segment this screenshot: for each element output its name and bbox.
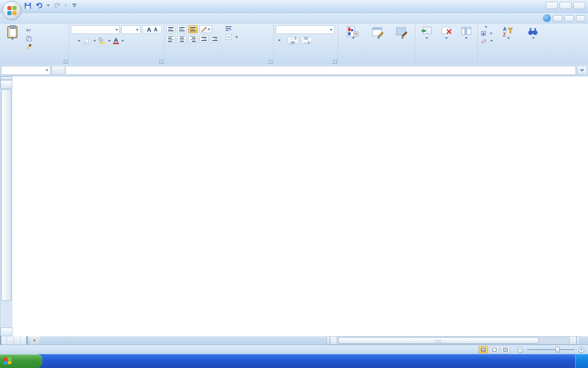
scroll-right-button[interactable] [569,336,577,345]
title-bar [0,0,588,13]
merge-center-button[interactable] [224,34,239,40]
worksheet-area [0,76,588,336]
wrap-text-button[interactable] [224,26,239,32]
fill-color-button[interactable] [98,36,106,46]
orientation-button[interactable] [199,25,212,33]
format-as-table-button[interactable] [367,25,390,40]
name-box[interactable] [1,66,51,75]
page-layout-view-icon [492,348,497,351]
underline-dropdown-arrow-icon[interactable] [78,40,80,42]
font-color-button[interactable]: A [113,38,119,44]
clipboard-dialog-launcher-icon[interactable] [63,59,68,63]
format-painter-button[interactable] [25,43,35,50]
window-title [0,0,588,12]
horizontal-scroll-thumb[interactable]: |||| [338,337,539,344]
insert-worksheet-tab[interactable]: ✦ [28,336,40,345]
decrease-decimal-button[interactable]: .00→.0 [301,37,312,44]
number-group: ←.0.00 .00→.0 [274,24,338,64]
borders-icon [85,39,89,43]
font-name-combo[interactable] [71,25,120,34]
increase-decimal-icon: ←.0.00 [290,36,297,45]
scroll-down-button[interactable] [0,328,12,336]
name-box-dropdown-arrow-icon[interactable] [45,69,48,71]
top-align-icon [168,27,174,31]
borders-button[interactable] [83,37,91,45]
decrease-decimal-icon: .00→.0 [303,36,310,45]
workbook-minimize-button[interactable] [553,15,562,22]
horizontal-scrollbar[interactable]: |||| [327,336,580,345]
grow-shrink-font[interactable]: AA [142,25,162,34]
cut-button[interactable]: ✂ [25,27,35,34]
middle-align-button[interactable] [177,25,187,33]
workbook-close-button[interactable] [576,15,585,22]
orientation-icon [201,27,207,32]
delete-cells-icon [441,26,452,37]
align-center-button[interactable] [177,35,187,43]
sort-filter-button[interactable]: AZ [497,25,519,44]
close-button[interactable] [573,2,585,9]
decrease-indent-button[interactable] [199,35,209,43]
next-sheet-button[interactable] [14,336,21,345]
vertical-scroll-thumb[interactable] [1,89,11,301]
alignment-group [164,24,274,64]
vertical-split-handle[interactable] [0,76,12,80]
office-logo-icon [7,6,17,15]
decrease-indent-icon [201,37,207,41]
scroll-up-button[interactable] [0,80,12,89]
find-select-button[interactable] [522,25,544,44]
office-button[interactable] [2,1,22,20]
horizontal-split-handle[interactable] [577,336,580,345]
zoom-slider[interactable] [527,349,575,350]
paste-button[interactable] [2,25,23,50]
ribbon: ✂ AA [0,24,588,64]
last-sheet-button[interactable] [21,336,28,345]
page-break-view-button[interactable] [501,346,510,353]
page-break-view-icon [503,348,508,351]
increase-decimal-button[interactable]: ←.0.00 [288,37,299,44]
zoom-in-button[interactable]: + [578,347,584,353]
top-align-button[interactable] [166,25,175,33]
insert-cells-button[interactable] [417,25,436,40]
first-sheet-button[interactable] [0,336,7,345]
minimize-button[interactable] [546,2,558,9]
chevron-down-icon [580,68,584,71]
number-dialog-launcher-icon[interactable] [333,59,337,63]
start-button[interactable] [0,354,42,368]
number-format-combo[interactable] [276,25,334,34]
svg-text:Z: Z [503,32,506,37]
restore-button[interactable] [560,2,571,9]
previous-sheet-button[interactable] [7,336,14,345]
zoom-out-button[interactable]: − [517,347,523,353]
copy-button[interactable] [25,35,35,42]
page-layout-view-button[interactable] [490,346,499,353]
clear-button[interactable] [480,38,494,44]
bottom-align-button[interactable] [188,25,198,33]
align-left-button[interactable] [166,35,175,43]
help-icon[interactable] [543,14,551,22]
formula-input[interactable] [66,66,576,75]
cell-styles-button[interactable] [391,25,413,40]
delete-cells-button[interactable] [437,25,456,40]
grow-font-icon: A [147,26,151,33]
font-dialog-launcher-icon[interactable] [159,59,163,63]
autosum-button[interactable] [480,26,494,29]
ribbon-tab-row [0,13,588,24]
conditional-formatting-button[interactable] [340,25,366,40]
format-cells-button[interactable] [457,25,475,40]
normal-view-button[interactable] [479,346,488,353]
sort-filter-icon: AZ [503,26,514,37]
increase-indent-button[interactable] [210,35,220,43]
insert-function-button[interactable] [51,66,65,75]
fill-button[interactable] [480,30,494,36]
align-right-button[interactable] [188,35,198,43]
alignment-dialog-launcher-icon[interactable] [268,59,272,63]
zoom-slider-thumb[interactable] [555,347,560,352]
tab-split-handle[interactable] [327,336,330,345]
format-as-table-icon [372,26,384,37]
workbook-restore-button[interactable] [565,15,574,22]
expand-formula-bar-button[interactable] [577,66,587,75]
scroll-left-button[interactable] [330,336,337,345]
font-size-combo[interactable] [121,25,141,34]
fill-icon [481,31,486,36]
vertical-scrollbar[interactable] [0,76,12,336]
